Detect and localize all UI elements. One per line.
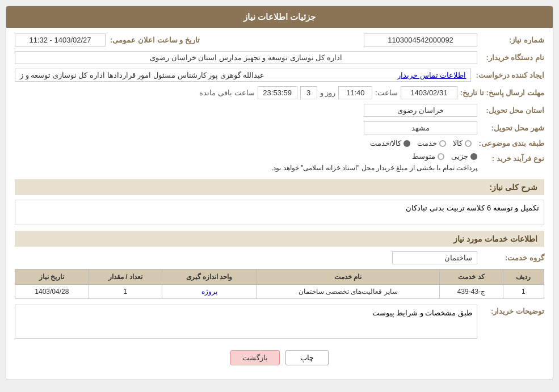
need-summary-title: شرح کلی نیاز: xyxy=(15,179,544,195)
table-area: ردیف کد خدمت نام خدمت واحد اندازه گیری ت… xyxy=(15,269,544,299)
col-name: نام خدمت xyxy=(257,269,440,285)
cell-count: 1 xyxy=(89,285,162,299)
deadline-date: 1403/02/31 xyxy=(401,86,457,99)
needs-table: ردیف کد خدمت نام خدمت واحد اندازه گیری ت… xyxy=(15,269,544,299)
buyer-org-row: نام دستگاه خریدار: اداره کل نوسازی توسعه… xyxy=(15,51,544,64)
radio-khedmat xyxy=(439,140,446,147)
deadline-label: مهلت ارسال پاسخ: تا تاریخ: xyxy=(460,88,544,97)
deadline-day-label: روز و xyxy=(320,88,336,97)
col-count: تعداد / مقدار xyxy=(89,269,162,285)
col-code: کد خدمت xyxy=(440,269,503,285)
col-row: ردیف xyxy=(503,269,544,285)
radio-kala xyxy=(465,140,472,147)
process-label: نوع فرآیند خرید : xyxy=(482,152,544,163)
service-group-value: ساختمان xyxy=(392,251,477,264)
need-summary-textarea[interactable] xyxy=(15,200,544,225)
page-title: جزئیات اطلاعات نیاز xyxy=(243,12,316,22)
need-number-value: 1103004542000092 xyxy=(364,33,477,47)
deadline-time-label: ساعت: xyxy=(375,88,398,97)
creator-link[interactable]: اطلاعات تماس خریدار xyxy=(397,71,466,79)
print-button[interactable]: چاپ xyxy=(285,350,329,365)
announce-value: 1403/02/27 - 11:32 xyxy=(15,33,106,47)
service-group-row: گروه خدمت: ساختمان xyxy=(15,251,544,264)
col-unit: واحد اندازه گیری xyxy=(162,269,257,285)
back-button[interactable]: بازگشت xyxy=(230,350,280,365)
cell-unit: پروژه xyxy=(162,285,257,299)
category-label-kala-khedmat: کالا/خدمت xyxy=(370,139,402,147)
cell-code: ج-43-439 xyxy=(440,285,503,299)
buyer-desc-row: توضیحات خریدار: xyxy=(15,305,544,339)
announce-label: تاریخ و ساعت اعلان عمومی: xyxy=(110,36,200,44)
process-row: نوع فرآیند خرید : جزیی متوسط پرداخت تمام… xyxy=(15,152,544,174)
page-wrapper: جزئیات اطلاعات نیاز شماره نیاز: 11030045… xyxy=(0,0,559,392)
creator-value: اطلاعات تماس خریدار عبدالله گوهری پور کا… xyxy=(15,69,471,82)
city-row: شهر محل تحویل: مشهد xyxy=(15,121,544,134)
city-value: مشهد xyxy=(364,121,477,134)
buyer-org-value: اداره کل نوسازی توسعه و تجهیز مدارس استا… xyxy=(15,51,477,64)
cell-row: 1 xyxy=(503,285,544,299)
deadline-row: مهلت ارسال پاسخ: تا تاریخ: 1403/02/31 سا… xyxy=(15,86,544,99)
category-option-1[interactable]: کالا xyxy=(453,139,472,147)
radio-motevaset xyxy=(438,153,444,160)
province-value: خراسان رضوی xyxy=(364,104,477,117)
need-number-label: شماره نیاز: xyxy=(482,36,544,44)
category-option-3[interactable]: کالا/خدمت xyxy=(370,139,411,147)
process-option-motevaset[interactable]: متوسط xyxy=(412,152,444,161)
category-option-2[interactable]: خدمت xyxy=(417,139,446,147)
deadline-time: 11:40 xyxy=(338,86,372,99)
radio-kala-khedmat xyxy=(404,140,410,147)
process-label-motevaset: متوسط xyxy=(412,152,435,161)
need-number-row: شماره نیاز: 1103004542000092 تاریخ و ساع… xyxy=(15,33,544,47)
city-label: شهر محل تحویل: xyxy=(482,124,544,132)
process-label-jozi: جزیی xyxy=(451,152,468,161)
service-group-label: گروه خدمت: xyxy=(482,254,544,262)
category-label-kala: کالا xyxy=(453,139,463,147)
category-label-khedmat: خدمت xyxy=(417,139,437,147)
creator-row: ایجاد کننده درخواست: اطلاعات تماس خریدار… xyxy=(15,69,544,82)
need-summary-box xyxy=(15,200,544,225)
deadline-day: 3 xyxy=(300,86,317,99)
province-label: استان محل تحویل: xyxy=(482,106,544,115)
radio-jozi xyxy=(470,153,477,160)
service-info-title: اطلاعات خدمات مورد نیاز xyxy=(15,231,544,247)
category-label: طبقه بندی موضوعی: xyxy=(478,139,544,147)
process-desc: پرداخت تمام یا بخشی از مبلغ خریدار محل "… xyxy=(15,163,477,174)
buyer-desc-textarea[interactable] xyxy=(15,305,477,339)
creator-label: ایجاد کننده درخواست: xyxy=(476,71,544,79)
deadline-remain: 23:53:59 xyxy=(258,86,297,99)
cell-date: 1403/04/28 xyxy=(15,285,89,299)
buyer-desc-label: توضیحات خریدار: xyxy=(482,305,544,315)
buttons-row: چاپ بازگشت xyxy=(15,344,544,374)
buyer-org-label: نام دستگاه خریدار: xyxy=(482,53,544,62)
province-row: استان محل تحویل: خراسان رضوی xyxy=(15,104,544,117)
col-date: تاریخ نیاز xyxy=(15,269,89,285)
deadline-remain-label: ساعت باقی مانده xyxy=(199,88,254,97)
card-body: شماره نیاز: 1103004542000092 تاریخ و ساع… xyxy=(6,28,553,380)
cell-name: سایر فعالیت‌های تخصصی ساختمان xyxy=(257,285,440,299)
card-header: جزئیات اطلاعات نیاز xyxy=(6,6,553,28)
table-row: 1 ج-43-439 سایر فعالیت‌های تخصصی ساختمان… xyxy=(15,285,544,299)
main-card: جزئیات اطلاعات نیاز شماره نیاز: 11030045… xyxy=(6,6,553,380)
category-row: طبقه بندی موضوعی: کالا خدمت کالا/خدمت xyxy=(15,139,544,147)
process-option-jozi[interactable]: جزیی xyxy=(451,152,477,161)
